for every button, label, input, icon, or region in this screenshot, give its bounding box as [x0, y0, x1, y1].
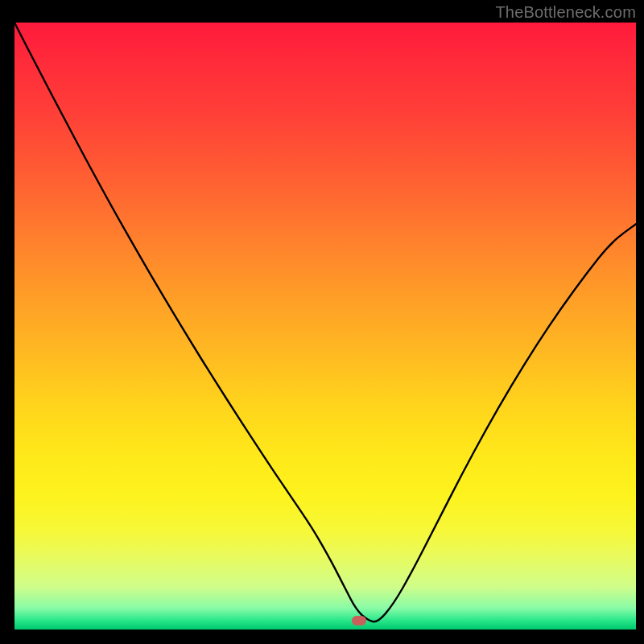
bottleneck-curve [14, 23, 636, 630]
chart-frame: TheBottleneck.com [0, 0, 644, 644]
optimal-marker [352, 616, 366, 625]
attribution-text: TheBottleneck.com [495, 3, 636, 22]
plot-area [14, 23, 636, 630]
